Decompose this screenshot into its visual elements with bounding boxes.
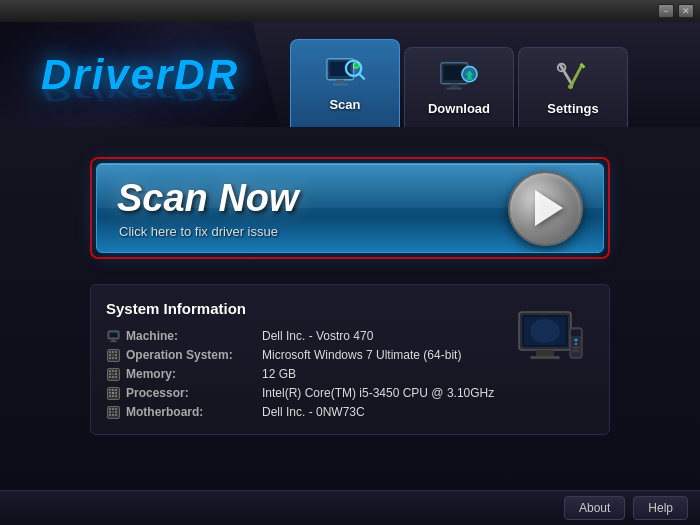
scan-arrow-button[interactable] (508, 171, 583, 246)
svg-point-28 (530, 319, 560, 343)
scan-now-text: Scan Now (117, 177, 299, 220)
processor-icon (106, 386, 120, 400)
help-button[interactable]: Help (633, 496, 688, 520)
motherboard-icon (106, 405, 120, 419)
content-area: Scan Now Click here to fix driver issue … (0, 127, 700, 490)
info-row-machine: Machine: Dell Inc. - Vostro 470 (106, 329, 499, 343)
motherboard-label: Motherboard: (126, 405, 256, 419)
title-bar: − ✕ (0, 0, 700, 22)
info-row-motherboard: Motherboard: Dell Inc. - 0NW73C (106, 405, 499, 419)
processor-label: Processor: (126, 386, 256, 400)
nav-tabs: ↓ Scan (280, 22, 700, 127)
system-info-content: System Information Machine: (106, 300, 499, 419)
tab-settings[interactable]: Settings (518, 47, 628, 127)
svg-rect-30 (530, 356, 560, 359)
tab-download[interactable]: Download (404, 47, 514, 127)
svg-line-18 (570, 65, 581, 87)
machine-value: Dell Inc. - Vostro 470 (262, 329, 373, 343)
svg-rect-23 (112, 339, 115, 341)
scan-subtitle: Click here to fix driver issue (119, 224, 299, 239)
svg-rect-3 (333, 83, 348, 85)
scan-tab-icon: ↓ (325, 56, 365, 91)
system-info-panel: System Information Machine: (90, 284, 610, 435)
minimize-button[interactable]: − (658, 4, 674, 18)
info-row-processor: Processor: Intel(R) Core(TM) i5-3450 CPU… (106, 386, 499, 400)
scan-button-wrapper: Scan Now Click here to fix driver issue (90, 157, 610, 259)
motherboard-value: Dell Inc. - 0NW73C (262, 405, 365, 419)
svg-text:↓: ↓ (353, 65, 355, 70)
info-rows: Machine: Dell Inc. - Vostro 470 Ope (106, 329, 499, 419)
svg-line-16 (561, 65, 572, 84)
footer: About Help (0, 490, 700, 525)
memory-label: Memory: (126, 367, 256, 381)
pc-icon-area (514, 300, 594, 419)
header: DriverDR DriverDR (0, 22, 700, 127)
svg-rect-11 (450, 83, 458, 87)
svg-rect-29 (536, 350, 554, 356)
info-row-memory: Memory: 12 GB (106, 367, 499, 381)
settings-tab-icon (553, 60, 593, 95)
download-tab-icon (439, 60, 479, 95)
svg-rect-12 (447, 87, 462, 89)
svg-point-33 (575, 339, 578, 342)
about-button[interactable]: About (564, 496, 625, 520)
system-info-title: System Information (106, 300, 499, 317)
svg-rect-22 (110, 333, 117, 337)
svg-rect-20 (568, 84, 573, 88)
svg-point-34 (575, 343, 577, 345)
processor-value: Intel(R) Core(TM) i5-3450 CPU @ 3.10GHz (262, 386, 494, 400)
svg-rect-32 (571, 330, 581, 336)
close-button[interactable]: ✕ (678, 4, 694, 18)
os-value: Microsoft Windows 7 Ultimate (64-bit) (262, 348, 461, 362)
os-icon (106, 348, 120, 362)
machine-icon (106, 329, 120, 343)
memory-icon (106, 367, 120, 381)
main-container: DriverDR DriverDR (0, 22, 700, 525)
info-row-os: Operation System: Microsoft Windows 7 Ul… (106, 348, 499, 362)
logo-area: DriverDR DriverDR (0, 22, 280, 127)
svg-line-6 (359, 73, 364, 78)
svg-rect-35 (572, 347, 580, 349)
scan-button-text-area: Scan Now Click here to fix driver issue (117, 177, 299, 239)
window-controls: − ✕ (658, 4, 694, 18)
svg-rect-36 (572, 350, 580, 352)
tab-download-label: Download (428, 101, 490, 116)
pc-monitor-icon (514, 310, 584, 370)
machine-label: Machine: (126, 329, 256, 343)
svg-rect-24 (110, 341, 117, 342)
about-label: About (579, 501, 610, 515)
svg-rect-2 (336, 79, 344, 83)
os-label: Operation System: (126, 348, 256, 362)
memory-value: 12 GB (262, 367, 296, 381)
help-label: Help (648, 501, 673, 515)
tab-scan[interactable]: ↓ Scan (290, 39, 400, 127)
scan-now-button[interactable]: Scan Now Click here to fix driver issue (96, 163, 604, 253)
logo-reflection: DriverDR (41, 85, 239, 104)
tab-settings-label: Settings (547, 101, 598, 116)
tab-scan-label: Scan (329, 97, 360, 112)
scan-arrow-icon (535, 190, 563, 226)
